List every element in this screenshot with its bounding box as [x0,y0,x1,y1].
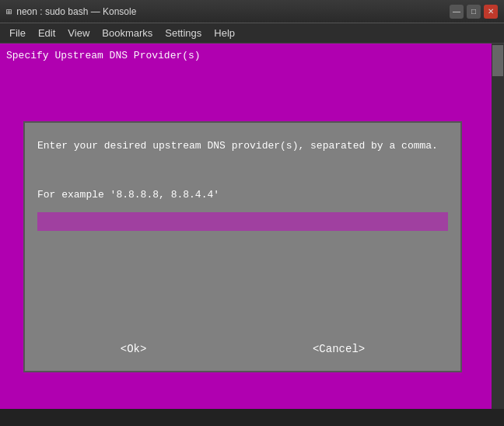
terminal-bottom-strip [0,409,504,426]
dialog-text-line1: Enter your desired upstream DNS provider… [37,138,448,154]
titlebar-left: ⊞ neon : sudo bash — Konsole [6,6,136,17]
terminal-area: Specify Upstream DNS Provider(s) Enter y… [0,44,504,426]
menu-settings[interactable]: Settings [159,26,208,40]
menu-help[interactable]: Help [208,26,241,40]
menu-bookmarks[interactable]: Bookmarks [96,26,159,40]
dialog-buttons-row: <Ok> <Cancel> [37,343,448,355]
app-icon: ⊞ [6,6,12,17]
menu-view[interactable]: View [61,26,96,40]
cancel-button[interactable]: <Cancel> [313,343,365,355]
dialog-text-line2 [37,163,448,179]
dialog-box: Enter your desired upstream DNS provider… [23,121,462,372]
titlebar: ⊞ neon : sudo bash — Konsole — □ ✕ [0,0,504,23]
scrollbar[interactable] [492,44,504,426]
window-title: neon : sudo bash — Konsole [16,6,136,17]
dns-input-container[interactable] [37,212,448,231]
ok-button[interactable]: <Ok> [121,343,147,355]
menu-edit[interactable]: Edit [32,26,61,40]
menu-file[interactable]: File [3,26,32,40]
dns-input[interactable] [40,216,445,228]
scrollbar-thumb[interactable] [492,45,503,76]
dialog-spacer [37,243,448,337]
menubar: File Edit View Bookmarks Settings Help [0,23,504,44]
dialog-text-line3: For example '8.8.8.8, 8.8.4.4' [37,187,448,203]
maximize-button[interactable]: □ [467,5,481,19]
window-controls: — □ ✕ [450,5,498,19]
minimize-button[interactable]: — [450,5,464,19]
terminal-line-1: Specify Upstream DNS Provider(s) [3,50,501,61]
close-button[interactable]: ✕ [484,5,498,19]
